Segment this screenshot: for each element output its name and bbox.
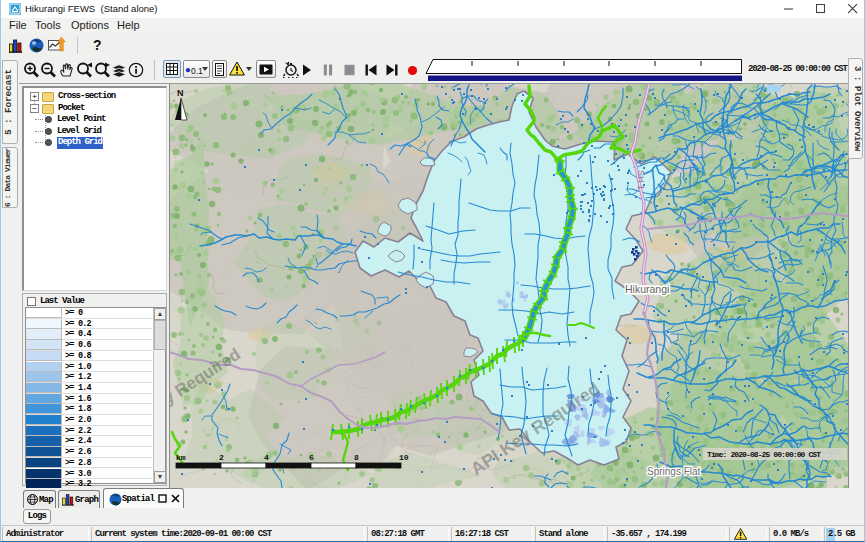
svg-text:4: 4 [264, 453, 269, 462]
svg-text:8: 8 [354, 453, 359, 462]
svg-text:N: N [177, 88, 184, 98]
svg-text:Time: 2020-08-25 00:00:00 CST: Time: 2020-08-25 00:00:00 CST [707, 450, 821, 459]
svg-text:10: 10 [399, 453, 409, 462]
svg-text:2: 2 [219, 453, 224, 462]
svg-text:6: 6 [309, 453, 314, 462]
svg-text:Springs Flat: Springs Flat [647, 466, 701, 477]
svg-text:Hikurangi: Hikurangi [625, 283, 669, 295]
svg-text:SH 1: SH 1 [636, 170, 646, 190]
svg-text:km: km [176, 453, 186, 462]
